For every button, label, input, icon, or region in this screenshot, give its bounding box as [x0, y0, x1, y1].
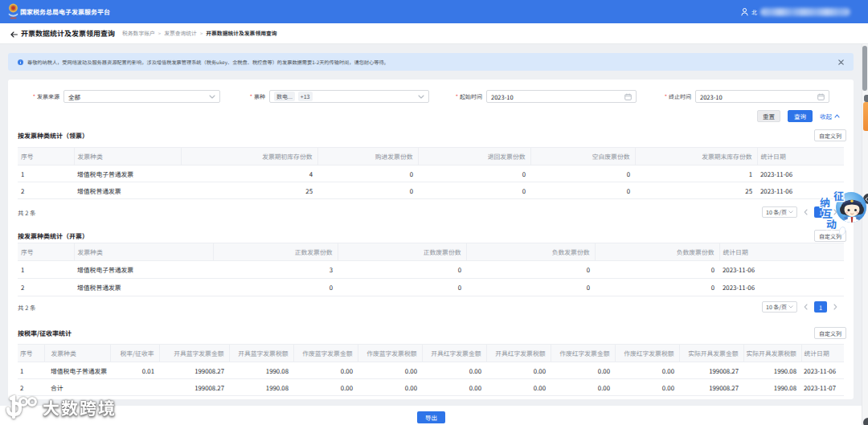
filter-label-text: 发票来源 — [37, 92, 59, 100]
filter-end-date: *终止时间 2023-10 — [645, 90, 829, 103]
chevron-right-icon — [833, 304, 837, 310]
breadcrumb-separator: > — [158, 23, 161, 43]
column-header: 作废蓝字发票税额 — [358, 345, 422, 362]
table-cell: 0 — [338, 261, 466, 279]
required-asterisk: * — [665, 92, 667, 100]
column-header: 开具蓝字发票金额 — [159, 345, 229, 362]
column-header: 作废红字发票税额 — [615, 345, 679, 362]
filter-label-text: 终止时间 — [669, 92, 691, 100]
invoice-type-select[interactable]: 数电... +13 — [269, 90, 429, 103]
next-page-button[interactable] — [833, 304, 837, 310]
table-cell: 1 — [635, 166, 757, 182]
customize-columns-button[interactable]: 自定义列 — [814, 327, 846, 339]
mascot-char-glyph: 征 — [833, 190, 845, 202]
issue-stats-table: 序号发票种类正数发票份数正数废票份数负数发票份数负数废票份数统计日期 1增值税电… — [18, 243, 844, 296]
table-cell: 199008.27 — [679, 362, 743, 379]
start-date-input[interactable]: 2023-10 — [486, 90, 637, 103]
invoice-type-label: *票种 — [227, 92, 265, 100]
collapse-filters-link[interactable]: 收起 — [820, 112, 840, 121]
table-body: 1增值税电子普通发票30002023-11-062增值税普通发票00002023… — [18, 261, 844, 296]
column-header: 作废红字发票金额 — [551, 345, 615, 362]
banner-close-icon[interactable] — [838, 59, 844, 65]
back-arrow-icon[interactable] — [10, 31, 18, 39]
column-header: 序号 — [18, 148, 74, 166]
table-row: 1增值税电子普通发票30002023-11-06 — [18, 261, 844, 279]
invoice-source-select[interactable]: 全部 — [63, 90, 220, 103]
chevron-left-icon — [804, 209, 808, 215]
table-cell: 1990.08 — [229, 362, 293, 379]
date-input-value: 2023-10 — [491, 92, 624, 101]
reset-button[interactable]: 重置 — [757, 110, 780, 122]
calendar-icon — [817, 93, 825, 100]
table-header-row: 序号发票种类税率/征收率开具蓝字发票金额开具蓝字发票税额作废蓝字发票金额作废蓝字… — [18, 345, 844, 362]
customize-columns-button[interactable]: 自定义列 — [814, 129, 846, 141]
side-tab-orange[interactable] — [863, 102, 868, 131]
bottom-floating-button[interactable] — [863, 418, 868, 425]
select-value: 全部 — [68, 92, 209, 101]
breadcrumb-item[interactable]: 发票查询统计 — [164, 23, 197, 43]
table-cell: 0.00 — [615, 362, 679, 379]
table-cell: 0.00 — [486, 362, 551, 379]
section-title: 按发票种类统计（开票） — [18, 231, 88, 240]
table-cell: 0 — [530, 182, 635, 199]
scrollbar-thumb[interactable] — [862, 46, 867, 91]
watermark-text: 大数跨境 — [43, 395, 117, 419]
column-header: 序号 — [18, 345, 44, 362]
filter-invoice-source: *发票来源 全部 — [18, 90, 220, 103]
export-button[interactable]: 导出 — [417, 411, 445, 423]
column-header: 退回发票份数 — [418, 148, 530, 166]
table-cell: 0.00 — [551, 362, 615, 379]
table-cell: 2023-11-06 — [719, 261, 844, 279]
start-date-label: *起始时间 — [436, 92, 482, 100]
tax-bureau-logo-icon — [8, 2, 18, 22]
table-cell: 1990.08 — [743, 362, 801, 379]
column-header: 发票期初库存份数 — [181, 148, 317, 166]
table-cell: 0 — [466, 279, 595, 296]
table-cell: 0.00 — [422, 362, 486, 379]
column-header: 统计日期 — [719, 243, 844, 261]
page-title: 开票数据统计及发票领用查询 — [21, 23, 115, 43]
table-cell: 0 — [418, 166, 530, 182]
column-header: 发票种类 — [44, 345, 110, 362]
mascot-label-char: 征 — [833, 190, 845, 202]
column-header: 空白废票份数 — [530, 148, 635, 166]
table-footer: 共 2 条 10 条/页 1 — [18, 206, 844, 218]
page-number-button[interactable]: 1 — [814, 301, 827, 313]
table-cell: 2023-11-06 — [719, 279, 844, 296]
query-button[interactable]: 查询 — [788, 110, 813, 122]
receive-stats-table: 序号发票种类发票期初库存份数购进发票份数退回发票份数空白废票份数发票期末库存份数… — [18, 147, 844, 199]
user-account[interactable]: 北 — [741, 0, 850, 23]
prev-page-button[interactable] — [804, 304, 808, 310]
page-size-select[interactable]: 10 条/页 — [762, 206, 797, 218]
required-asterisk: * — [33, 92, 35, 100]
table-cell: 1990.08 — [743, 379, 801, 396]
required-asterisk: * — [456, 92, 458, 100]
column-header: 发票期末库存份数 — [635, 148, 757, 166]
watermark-logo-icon — [4, 395, 39, 419]
interaction-mascot-widget[interactable]: 征 纳 互 动 — [815, 185, 868, 243]
platform-title: 国家税务总局电子发票服务平台 — [20, 0, 110, 23]
column-header: 作废蓝字发票金额 — [293, 345, 358, 362]
titlebar: 开票数据统计及发票领用查询 税务数字账户 > 发票查询统计 > 开票数据统计及发… — [0, 23, 868, 44]
table-cell — [110, 379, 159, 396]
table-cell: 199008.27 — [159, 362, 229, 379]
table-cell: 0 — [317, 182, 418, 199]
total-count: 共 2 条 — [18, 208, 36, 217]
table-cell: 合计 — [44, 379, 110, 396]
side-tab-gray[interactable] — [864, 95, 868, 102]
prev-page-button[interactable] — [804, 209, 808, 215]
date-input-value: 2023-10 — [700, 92, 817, 101]
breadcrumb-item[interactable]: 税务数字账户 — [122, 23, 155, 43]
table-header-row: 序号发票种类发票期初库存份数购进发票份数退回发票份数空白废票份数发票期末库存份数… — [18, 148, 844, 166]
end-date-input[interactable]: 2023-10 — [695, 90, 829, 103]
chevron-down-icon — [209, 95, 215, 99]
column-header: 发票种类 — [74, 148, 181, 166]
page-size-select[interactable]: 10 条/页 — [762, 301, 797, 313]
section-header-taxrate: 按税率/征收率统计 自定义列 — [18, 327, 846, 340]
table-body: 1增值税电子普通发票0.01199008.271990.080.000.000.… — [18, 362, 844, 396]
table-cell: 1990.08 — [229, 379, 293, 396]
table-cell: 0 — [213, 279, 338, 296]
invoice-source-label: *发票来源 — [18, 92, 59, 100]
table-cell: 增值税普通发票 — [74, 279, 213, 296]
filter-actions: 重置 查询 收起 — [757, 110, 840, 122]
